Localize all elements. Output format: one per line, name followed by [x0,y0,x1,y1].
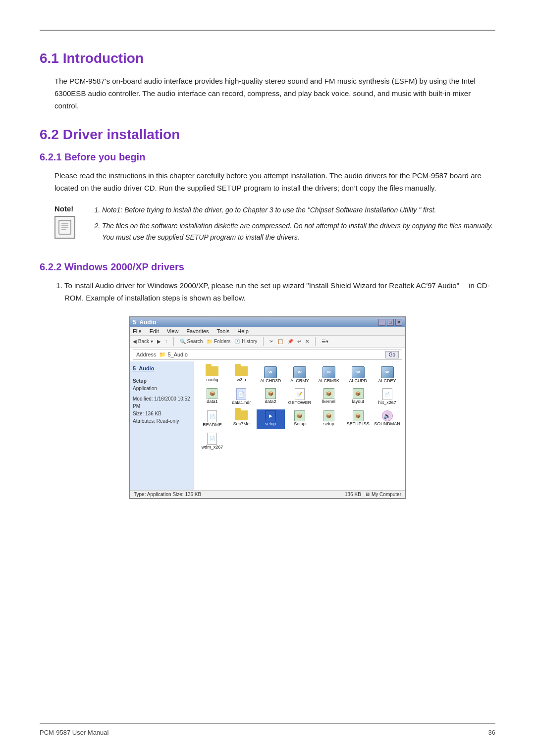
svg-rect-0 [59,220,71,234]
page-footer: PCM-9587 User Manual 36 [40,723,495,736]
toolbar-undo[interactable]: ↩ [297,339,301,344]
file-w3in[interactable]: w3in [227,365,256,385]
note-left: Note! [54,204,84,239]
doc-icon-wdm-x267: 📄 [207,433,217,445]
setup-icon-selected: ▶ [265,410,276,421]
close-button[interactable]: ✕ [395,319,402,326]
alc-icon-alchd3d: W [264,366,277,378]
alc-icon-alcrm9k: W [322,366,335,378]
doc-icon-getower: 📝 [295,388,305,400]
sidebar-item-name: Setup Application [133,377,191,392]
note-icon [54,216,75,239]
file-data1-hdr[interactable]: 📄 data1.hdr [227,387,256,406]
exe-icon-data2: 📦 [265,388,276,399]
exe-icon-setup-iss: 📦 [353,410,364,421]
subsection-622: 6.2.2 Windows 2000/XP drivers To install… [40,261,495,499]
address-label: Address [136,352,156,357]
toolbar-history[interactable]: 🕐 History [234,339,257,344]
explorer-files: config w3in W ALCHD3D W ALCRMY [194,361,405,490]
sidebar-info: Setup Application Modified: 1/16/2000 10… [133,377,191,425]
file-lkernel[interactable]: 📦 lkernel [315,387,343,406]
file-getower[interactable]: 📝 GETOWER [286,387,314,406]
address-bar: Address 📁 5_Audio Go [133,350,402,360]
toolbar-copy[interactable]: 📋 [277,339,283,344]
toolbar-move[interactable]: ✂ [269,339,273,344]
file-config[interactable]: config [198,365,226,385]
file-alcupd[interactable]: W ALCUPD [344,365,372,385]
note-item-1: Note1: Before trying to install the driv… [102,204,495,216]
file-soundman[interactable]: 🔊 SOUNDMAN [373,409,401,429]
exe-icon-setup-cap: 📦 [294,410,305,421]
subsection-622-heading: Windows 2000/XP drivers [64,261,184,272]
toolbar-forward[interactable]: ▶ [157,339,161,344]
doc-icon-data1-hdr: 📄 [236,388,246,400]
menu-help[interactable]: Help [237,328,249,334]
file-setup2[interactable]: 📦 setup [315,409,343,429]
toolbar-sep-1 [173,337,174,346]
file-setup-selected[interactable]: ▶ setup [257,409,285,429]
explorer-titlebar: 5_Audio _ □ ✕ [130,317,405,327]
section-62: 6.2 Driver installation 6.2.1 Before you… [40,127,495,499]
menu-edit[interactable]: Edit [150,328,159,334]
toolbar-up[interactable]: ↑ [165,339,167,344]
step-1: To install Audio driver for Windows 2000… [64,280,495,304]
menu-tools[interactable]: Tools [217,328,230,334]
toolbar-back[interactable]: ◀ Back ▾ [133,339,153,344]
menu-file[interactable]: File [133,328,142,334]
section-61-title: 6.1 Introduction [40,50,495,66]
alc-icon-alcrmy: W [293,366,306,378]
section-62-number: 6.2 [40,127,59,142]
file-setup-iss[interactable]: 📦 SETUP.ISS [344,409,372,429]
address-value[interactable]: 📁 5_Audio [159,352,382,358]
exe-icon-data1: 📦 [207,388,217,399]
note-label: Note! [54,204,73,213]
file-hl4-x267[interactable]: 📄 hl4_x267 [373,387,401,406]
menu-view[interactable]: View [167,328,179,334]
section-62-heading: Driver installation [63,127,180,142]
file-alchd3d[interactable]: W ALCHD3D [257,365,285,385]
explorer-menubar: File Edit View Favorites Tools Help [130,327,405,336]
explorer-toolbar: ◀ Back ▾ ▶ ↑ 🔍 Search 📁 Folders 🕐 Histor… [130,336,405,348]
section-61-body: The PCM-9587's on-board audio interface … [54,75,495,112]
section-61-number: 6.1 [40,50,59,66]
toolbar-folders[interactable]: 📁 Folders [207,339,230,344]
file-alcdey[interactable]: W ALCDEY [373,365,401,385]
file-setup-cap[interactable]: 📦 Setup [286,409,314,429]
file-wdm-x267[interactable]: 📄 wdm_x267 [198,432,226,451]
toolbar-views[interactable]: ☰▾ [321,339,328,344]
file-readme[interactable]: 📄 README [198,409,226,429]
file-alcrmy[interactable]: W ALCRMY [286,365,314,385]
audio-icon-soundman: 🔊 [382,410,393,421]
toolbar-sep-2 [263,337,264,346]
file-layout[interactable]: 📦 layout [344,387,372,406]
doc-icon-readme: 📄 [207,410,217,422]
toolbar-delete[interactable]: ✕ [305,339,309,344]
note-box: Note! Note1: Before trying to instal [54,204,495,248]
file-data2[interactable]: 📦 data2 [257,387,285,406]
explorer-body: 5_Audio Setup Application Modified: 1/16… [130,361,405,490]
subsection-621-heading: Before you begin [64,151,145,162]
sidebar-modified: Modified: 1/16/2000 10:52 PM [133,395,191,410]
maximize-button[interactable]: □ [387,319,394,326]
go-button[interactable]: Go [385,351,399,358]
folder-icon-config [206,366,218,376]
toolbar-paste[interactable]: 📌 [287,339,293,344]
file-sec7me[interactable]: Sec7Me [227,409,256,429]
subsection-621: 6.2.1 Before you begin Please read the i… [40,151,495,248]
menu-favorites[interactable]: Favorites [186,328,209,334]
toolbar-search[interactable]: 🔍 Search [180,339,203,344]
note-item-2: The files on the software installation d… [102,220,495,244]
explorer-statusbar: Type: Application Size: 136 KB 136 KB 🖥 … [130,490,405,498]
explorer-window[interactable]: 5_Audio _ □ ✕ File Edit View Favorites T… [129,316,406,499]
steps-list: To install Audio driver for Windows 2000… [64,280,495,304]
exe-icon-lkernel: 📦 [323,388,334,399]
footer-right: 36 [488,729,495,736]
exe-icon-layout: 📦 [353,388,364,399]
minimize-button[interactable]: _ [378,319,385,326]
file-alcrm9k[interactable]: W ALCRM9K [315,365,343,385]
sidebar-folder-name[interactable]: 5_Audio [133,365,191,371]
explorer-title: 5_Audio [133,319,156,326]
subsection-621-title: 6.2.1 Before you begin [40,151,495,163]
statusbar-right: 136 KB 🖥 My Computer [345,492,401,497]
file-data1[interactable]: 📦 data1 [198,387,226,406]
